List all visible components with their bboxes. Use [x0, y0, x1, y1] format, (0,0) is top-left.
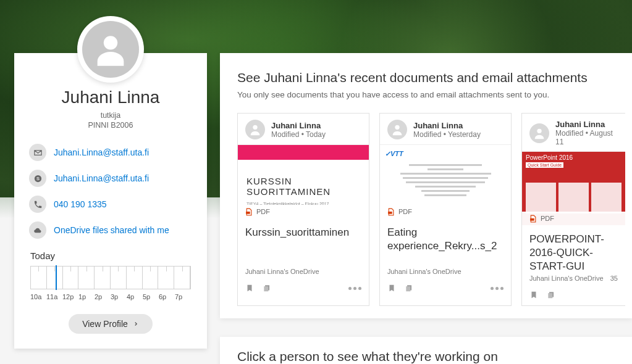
chevron-right-icon — [133, 321, 139, 327]
phone-link: 040 190 1335 — [54, 199, 107, 209]
profile-location: PINNI B2006 — [14, 121, 207, 130]
document-card[interactable]: Juhani Linna Modified • August 11 PowerP… — [521, 113, 625, 306]
cloud-icon — [29, 221, 46, 239]
contact-email[interactable]: Juhani.Linna@staff.uta.fi — [29, 139, 192, 165]
doc-title: Eating experience_Rekry...s_2 — [380, 218, 511, 255]
doc-modified: Modified • August 11 — [555, 129, 618, 146]
view-profile-label: View Profile — [82, 319, 128, 329]
doc-author: Juhani Linna — [555, 120, 618, 129]
people-heading: Click a person to see what they're worki… — [237, 349, 615, 364]
bookmark-icon[interactable] — [245, 284, 254, 292]
person-icon — [82, 21, 139, 78]
calendar-hour: 4p — [127, 293, 143, 300]
calendar-hour: 1p — [78, 293, 95, 300]
person-icon — [245, 120, 265, 139]
people-panel: Click a person to see what they're worki… — [220, 337, 632, 364]
svg-point-7 — [395, 125, 399, 130]
contact-skype[interactable]: S Juhani.Linna@staff.uta.fi — [29, 165, 192, 191]
calendar-hour: 5p — [143, 293, 159, 300]
calendar-hour: 7p — [175, 293, 191, 300]
svg-rect-14 — [548, 293, 552, 298]
doc-location: Juhani Linna's OneDrive — [245, 268, 319, 275]
document-card[interactable]: Juhani Linna Modified • Today TIEY4 – Ti… — [237, 113, 369, 306]
svg-point-0 — [104, 36, 117, 49]
person-icon — [387, 120, 407, 139]
svg-text:S: S — [36, 176, 39, 181]
file-type-badge: PDF — [522, 212, 625, 225]
calendar-hour: 2p — [95, 293, 111, 300]
svg-rect-6 — [264, 286, 268, 291]
calendar-hour-labels: 10a11a12p1p2p3p4p5p6p7p — [30, 293, 191, 300]
contact-phone[interactable]: 040 190 1335 — [29, 191, 192, 217]
pdf-icon — [528, 214, 537, 223]
bookmark-icon[interactable] — [387, 284, 396, 292]
recent-documents-panel: See Juhani Linna's recent documents and … — [220, 53, 632, 318]
avatar[interactable] — [77, 16, 144, 83]
calendar-today-label: Today — [14, 250, 207, 261]
more-button[interactable] — [348, 287, 361, 290]
file-type-badge: PDF — [238, 205, 369, 218]
calendar-hour: 3p — [111, 293, 127, 300]
skype-icon: S — [29, 170, 46, 187]
panel-subheading: You only see documents that you have acc… — [237, 90, 621, 99]
doc-author: Juhani Linna — [271, 121, 326, 130]
profile-card: Juhani Linna tutkija PINNI B2006 Juhani.… — [14, 53, 207, 349]
svg-rect-4 — [246, 211, 250, 213]
profile-name: Juhani Linna — [14, 88, 207, 107]
panel-heading: See Juhani Linna's recent documents and … — [237, 70, 621, 85]
onedrive-link: OneDrive files shared with me — [54, 225, 169, 235]
contact-onedrive[interactable]: OneDrive files shared with me — [29, 217, 192, 243]
stack-icon[interactable] — [263, 284, 271, 292]
profile-job-title: tutkija — [14, 111, 207, 120]
doc-modified: Modified • Yesterday — [413, 130, 481, 139]
email-link: Juhani.Linna@staff.uta.fi — [54, 147, 149, 157]
doc-preview: ✓VTT PDF — [380, 144, 511, 218]
calendar-hour: 12p — [62, 293, 78, 300]
calendar-hour: 11a — [46, 293, 62, 300]
vtt-logo: ✓VTT — [385, 150, 506, 158]
doc-location: Juhani Linna's OneDrive — [387, 268, 461, 275]
skype-link: Juhani.Linna@staff.uta.fi — [54, 173, 149, 183]
doc-location: Juhani Linna's OneDrive — [529, 275, 604, 282]
mail-icon — [29, 144, 46, 161]
current-time-marker — [56, 265, 57, 290]
svg-point-11 — [537, 128, 541, 133]
doc-preview: TIEY4 – Tietotekniikkataidot – Elokuu 20… — [238, 144, 369, 218]
pdf-icon — [386, 207, 395, 216]
view-profile-button[interactable]: View Profile — [69, 314, 153, 334]
document-card[interactable]: Juhani Linna Modified • Yesterday ✓VTT P… — [379, 113, 512, 306]
document-cards-row: Juhani Linna Modified • Today TIEY4 – Ti… — [237, 113, 621, 306]
more-button[interactable] — [491, 287, 503, 290]
person-icon — [529, 123, 549, 143]
svg-rect-10 — [406, 286, 410, 291]
doc-preview: PowerPoint 2016 Quick Start Guide PDF — [522, 151, 625, 225]
calendar-hour: 6p — [159, 293, 175, 300]
doc-title: POWERPOINT-2016-QUICK-START-GUI — [522, 225, 625, 262]
pdf-icon — [244, 207, 253, 216]
calendar-hour: 10a — [30, 293, 46, 300]
bookmark-icon[interactable] — [529, 291, 538, 299]
phone-icon — [29, 196, 46, 213]
doc-author: Juhani Linna — [413, 121, 481, 130]
doc-title: Kurssin_suorittaminen — [238, 218, 369, 255]
svg-point-3 — [253, 125, 257, 130]
svg-rect-8 — [388, 211, 392, 213]
stack-icon[interactable] — [405, 284, 413, 292]
calendar-timeline[interactable] — [30, 266, 191, 289]
doc-modified: Modified • Today — [271, 130, 326, 139]
contact-list: Juhani.Linna@staff.uta.fi S Juhani.Linna… — [14, 139, 207, 243]
svg-rect-12 — [530, 218, 534, 220]
stack-icon[interactable] — [547, 291, 555, 299]
doc-views: 35 — [610, 275, 618, 282]
file-type-badge: PDF — [380, 205, 511, 218]
